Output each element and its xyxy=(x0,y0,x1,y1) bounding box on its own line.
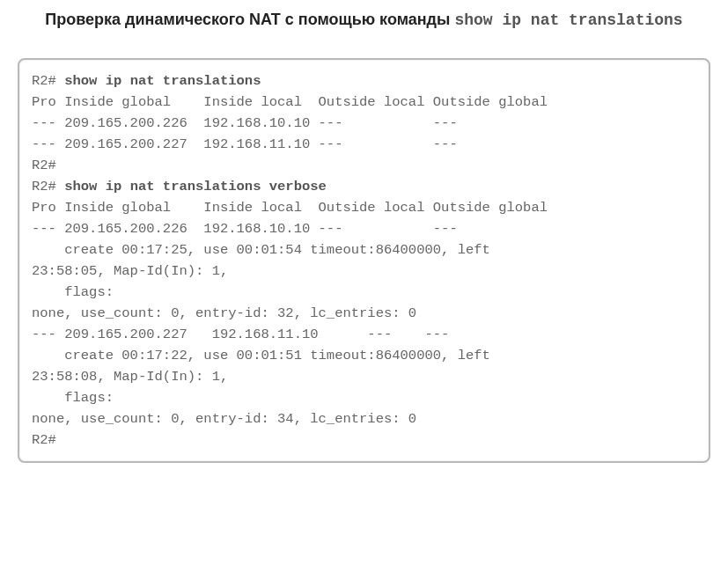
title-text: Проверка динамического NAT с помощью ком… xyxy=(45,11,450,28)
page-title: Проверка динамического NAT с помощью ком… xyxy=(18,9,710,32)
terminal-output: R2# show ip nat translations Pro Inside … xyxy=(18,58,710,463)
terminal-pre: R2# show ip nat translations Pro Inside … xyxy=(32,70,696,451)
title-command: show ip nat translations xyxy=(454,11,682,29)
